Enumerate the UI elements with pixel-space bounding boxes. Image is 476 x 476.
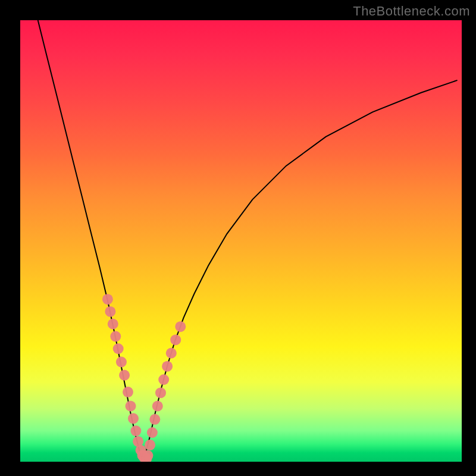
curve-right-branch xyxy=(142,80,458,459)
data-marker xyxy=(162,361,173,372)
data-marker xyxy=(142,450,153,461)
data-marker xyxy=(130,425,141,436)
data-marker xyxy=(166,348,177,359)
data-marker xyxy=(149,414,160,425)
data-marker xyxy=(119,370,130,381)
marker-cluster-left xyxy=(102,294,152,462)
plot-area xyxy=(20,20,462,462)
chart-root: TheBottleneck.com xyxy=(0,0,476,476)
marker-cluster-right xyxy=(142,321,186,461)
data-marker xyxy=(170,334,181,345)
data-marker xyxy=(152,401,163,412)
data-marker xyxy=(145,440,155,450)
data-marker xyxy=(102,294,113,305)
data-marker xyxy=(105,306,115,317)
data-marker xyxy=(147,427,158,438)
data-marker xyxy=(123,387,133,397)
data-marker xyxy=(128,413,139,424)
data-marker xyxy=(175,321,186,332)
data-marker xyxy=(110,331,121,342)
data-marker xyxy=(108,319,118,330)
data-marker xyxy=(126,401,136,412)
data-marker xyxy=(116,356,127,367)
curve-layer xyxy=(20,20,462,462)
watermark-text: TheBottleneck.com xyxy=(353,4,470,19)
data-marker xyxy=(155,387,166,398)
data-marker xyxy=(158,374,169,385)
data-marker xyxy=(113,343,124,354)
